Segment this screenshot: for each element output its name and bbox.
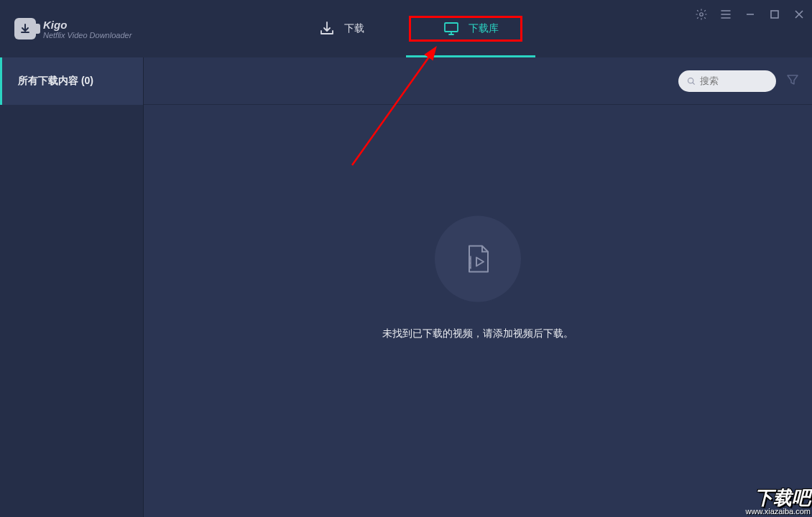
minimize-button[interactable] [743,7,757,22]
search-input[interactable] [700,75,767,86]
close-button[interactable] [792,7,806,22]
search-box[interactable] [678,70,776,92]
content-area: 所有下载内容 (0) [0,57,812,517]
sidebar: 所有下载内容 (0) [0,57,144,517]
settings-icon[interactable] [694,7,709,22]
app-subtitle: Netflix Video Downloader [43,31,132,39]
sidebar-item-label: 所有下载内容 (0) [18,75,93,88]
window-controls [694,7,806,22]
title-bar: Kigo Netflix Video Downloader 下载 下载库 [0,0,812,57]
svg-point-1 [700,13,703,17]
maximize-button[interactable] [767,7,782,22]
main-panel: 未找到已下载的视频，请添加视频后下载。 [144,57,812,517]
watermark-url: www.xiazaiba.com [746,507,811,516]
empty-state: 未找到已下载的视频，请添加视频后下载。 [382,216,573,340]
app-logo-icon [14,18,36,39]
tab-download[interactable]: 下载 [277,0,406,57]
tab-download-label: 下载 [344,22,364,35]
tab-library[interactable]: 下载库 [406,0,535,57]
toolbar [144,57,812,105]
watermark: 下载吧 www.xiazaiba.com [742,484,812,517]
search-icon [687,76,696,86]
watermark-title: 下载吧 [746,488,811,507]
menu-icon[interactable] [719,7,733,22]
svg-rect-0 [445,23,458,32]
tab-bar: 下载 下载库 [277,0,535,57]
sidebar-item-all-downloads[interactable]: 所有下载内容 (0) [0,57,143,105]
download-arrow-icon [20,24,30,34]
logo-text: Kigo Netflix Video Downloader [43,19,132,39]
svg-marker-6 [476,258,484,266]
video-file-icon [461,242,495,276]
empty-message: 未找到已下载的视频，请添加视频后下载。 [382,327,573,340]
download-icon [318,20,336,37]
empty-icon-circle [435,216,521,302]
logo-area: Kigo Netflix Video Downloader [0,18,132,39]
filter-icon[interactable] [786,73,799,89]
monitor-icon [443,20,460,37]
app-title: Kigo [43,19,132,31]
svg-rect-2 [771,11,778,18]
tab-library-label: 下载库 [469,22,499,35]
